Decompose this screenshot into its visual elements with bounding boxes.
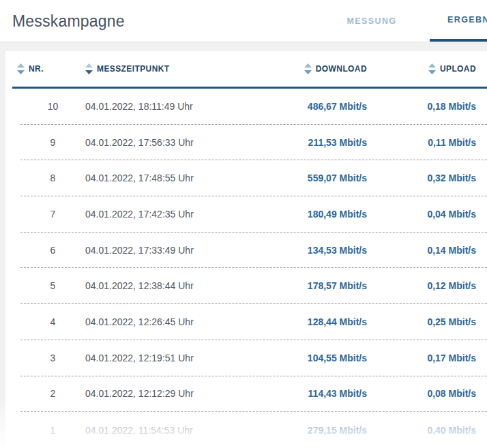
cell-download: 180,49 Mbit/s	[265, 209, 367, 220]
cell-nr: 10	[20, 101, 85, 112]
cell-upload: 0,11 Mbit/s	[367, 137, 476, 148]
column-label-messzeitpunkt: MESSZEITPUNKT	[97, 64, 170, 74]
cell-messzeitpunkt: 04.01.2022, 17:48:55 Uhr	[85, 173, 265, 183]
table-row: 6 04.01.2022, 17:33:49 Uhr 134,53 Mbit/s…	[20, 233, 487, 269]
sort-arrows-icon	[304, 63, 312, 74]
cell-messzeitpunkt: 04.01.2022, 12:19:51 Uhr	[85, 353, 265, 363]
table-row: 9 04.01.2022, 17:56:33 Uhr 211,53 Mbit/s…	[20, 125, 487, 161]
cell-nr: 6	[20, 245, 85, 256]
top-bar: Messkampagne MESSUNG ERGEBNISSE	[0, 0, 487, 42]
cell-download: 559,07 Mbit/s	[265, 173, 367, 183]
cell-upload: 0,14 Mbit/s	[367, 245, 476, 256]
cell-messzeitpunkt: 04.01.2022, 12:38:44 Uhr	[85, 280, 265, 291]
column-header-upload[interactable]: UPLOAD	[367, 63, 476, 74]
column-label-upload: UPLOAD	[440, 64, 476, 74]
page-title: Messkampagne	[12, 0, 125, 42]
cell-download: 211,53 Mbit/s	[265, 137, 367, 148]
cell-download: 114,43 Mbit/s	[265, 388, 367, 399]
cell-download: 104,55 Mbit/s	[265, 353, 367, 363]
cell-nr: 8	[20, 173, 85, 183]
cell-upload: 0,17 Mbit/s	[367, 353, 476, 363]
cell-nr: 5	[20, 280, 85, 291]
tab-ergebnisse[interactable]: ERGEBNISSE	[430, 0, 487, 42]
cell-messzeitpunkt: 04.01.2022, 18:11:49 Uhr	[85, 101, 265, 112]
table-row: 8 04.01.2022, 17:48:55 Uhr 559,07 Mbit/s…	[20, 160, 487, 196]
cell-messzeitpunkt: 04.01.2022, 17:56:33 Uhr	[85, 137, 265, 148]
column-label-download: DOWNLOAD	[316, 64, 367, 74]
sort-arrows-icon	[428, 63, 436, 74]
table-row: 3 04.01.2022, 12:19:51 Uhr 104,55 Mbit/s…	[20, 340, 487, 376]
cell-messzeitpunkt: 04.01.2022, 17:42:35 Uhr	[85, 209, 265, 220]
table-header-row: NR. MESSZEITPUNKT DOWNLOAD	[12, 51, 487, 89]
table-row: 10 04.01.2022, 18:11:49 Uhr 486,67 Mbit/…	[20, 89, 487, 125]
cell-nr: 9	[20, 137, 85, 148]
cell-messzeitpunkt: 04.01.2022, 12:12:29 Uhr	[85, 388, 265, 399]
sort-arrows-icon	[85, 63, 93, 74]
cell-download: 178,57 Mbit/s	[265, 280, 367, 291]
cell-messzeitpunkt: 04.01.2022, 11:54:53 Uhr	[85, 425, 265, 436]
table-row: 5 04.01.2022, 12:38:44 Uhr 178,57 Mbit/s…	[20, 268, 487, 304]
cell-download: 486,67 Mbit/s	[265, 101, 367, 112]
cell-download: 128,44 Mbit/s	[265, 316, 367, 327]
column-label-nr: NR.	[29, 64, 44, 74]
table-row: 7 04.01.2022, 17:42:35 Uhr 180,49 Mbit/s…	[20, 196, 487, 233]
sort-arrows-icon	[17, 63, 25, 74]
cell-nr: 1	[20, 425, 85, 436]
cell-nr: 7	[20, 209, 85, 220]
cell-nr: 2	[20, 388, 85, 399]
cell-download: 134,53 Mbit/s	[265, 245, 367, 256]
table-body: 10 04.01.2022, 18:11:49 Uhr 486,67 Mbit/…	[5, 89, 487, 448]
table-row: 4 04.01.2022, 12:26:45 Uhr 128,44 Mbit/s…	[20, 304, 487, 340]
cell-upload: 0,25 Mbit/s	[367, 316, 476, 327]
cell-upload: 0,32 Mbit/s	[367, 173, 476, 183]
cell-download: 279,15 Mbit/s	[265, 425, 367, 436]
table-row: 2 04.01.2022, 12:12:29 Uhr 114,43 Mbit/s…	[20, 376, 487, 413]
content-area: NR. MESSZEITPUNKT DOWNLOAD	[0, 42, 487, 448]
messkampagne-window: Messkampagne MESSUNG ERGEBNISSE NR. MESS…	[0, 0, 487, 448]
cell-nr: 3	[20, 353, 85, 363]
cell-upload: 0,40 Mbit/s	[367, 425, 476, 436]
table-row: 1 04.01.2022, 11:54:53 Uhr 279,15 Mbit/s…	[20, 412, 487, 448]
tab-messung[interactable]: MESSUNG	[327, 0, 416, 42]
cell-upload: 0,08 Mbit/s	[367, 388, 476, 399]
cell-nr: 4	[20, 316, 85, 327]
results-table-card: NR. MESSZEITPUNKT DOWNLOAD	[5, 51, 487, 448]
cell-messzeitpunkt: 04.01.2022, 12:26:45 Uhr	[85, 316, 265, 327]
column-header-nr[interactable]: NR.	[17, 63, 85, 74]
cell-upload: 0,18 Mbit/s	[367, 101, 476, 112]
column-header-download[interactable]: DOWNLOAD	[265, 63, 367, 74]
cell-upload: 0,04 Mbit/s	[367, 209, 476, 220]
cell-messzeitpunkt: 04.01.2022, 17:33:49 Uhr	[85, 245, 265, 256]
cell-upload: 0,12 Mbit/s	[367, 280, 476, 291]
column-header-messzeitpunkt[interactable]: MESSZEITPUNKT	[85, 63, 265, 74]
